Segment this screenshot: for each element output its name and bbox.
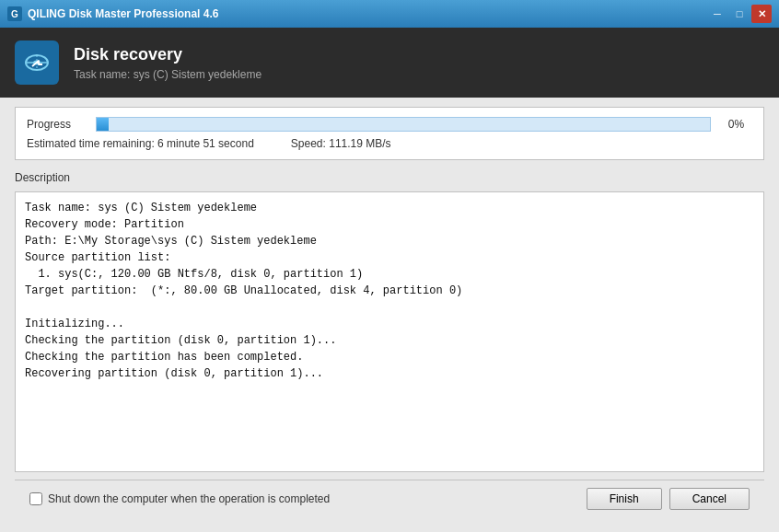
window-controls: ─ □ ✕ <box>707 5 772 23</box>
progress-label: Progress <box>27 118 87 131</box>
buttons-row: Finish Cancel <box>587 488 750 510</box>
progress-section: Progress 0% Estimated time remaining: 6 … <box>15 107 764 160</box>
minimize-button[interactable]: ─ <box>707 5 727 23</box>
close-button[interactable]: ✕ <box>751 5 772 23</box>
bottom-bar: Shut down the computer when the operatio… <box>15 480 764 517</box>
progress-row: Progress 0% <box>27 117 752 132</box>
main-content: Progress 0% Estimated time remaining: 6 … <box>0 98 779 532</box>
checkbox-row: Shut down the computer when the operatio… <box>29 492 330 505</box>
cancel-button[interactable]: Cancel <box>669 488 750 510</box>
speed-value: 111.19 MB/s <box>329 137 390 150</box>
titlebar: G QILING Disk Master Professional 4.6 ─ … <box>0 0 779 28</box>
description-box: Task name: sys (C) Sistem yedekleme Reco… <box>15 191 764 472</box>
app-title: QILING Disk Master Professional 4.6 <box>28 7 707 20</box>
shutdown-checkbox[interactable] <box>29 492 42 505</box>
progress-info: Estimated time remaining: 6 minute 51 se… <box>27 137 752 150</box>
speed-info: Speed: 111.19 MB/s <box>291 137 391 150</box>
header-subtitle: Task name: sys (C) Sistem yedekleme <box>74 68 262 81</box>
shutdown-label: Shut down the computer when the operatio… <box>48 492 330 505</box>
header-text: Disk recovery Task name: sys (C) Sistem … <box>74 45 262 81</box>
progress-bar-fill <box>97 118 109 131</box>
maximize-button[interactable]: □ <box>729 5 750 23</box>
progress-bar-container <box>96 117 711 132</box>
description-label: Description <box>15 171 764 184</box>
estimated-time-value: 6 minute 51 second <box>157 137 254 150</box>
header-title: Disk recovery <box>74 45 262 64</box>
header: Disk recovery Task name: sys (C) Sistem … <box>0 28 779 98</box>
disk-recovery-icon <box>15 40 59 85</box>
finish-button[interactable]: Finish <box>587 488 662 510</box>
progress-percent: 0% <box>720 118 752 131</box>
estimated-time-label: Estimated time remaining: 6 minute 51 se… <box>27 137 254 150</box>
app-icon: G <box>7 6 22 21</box>
